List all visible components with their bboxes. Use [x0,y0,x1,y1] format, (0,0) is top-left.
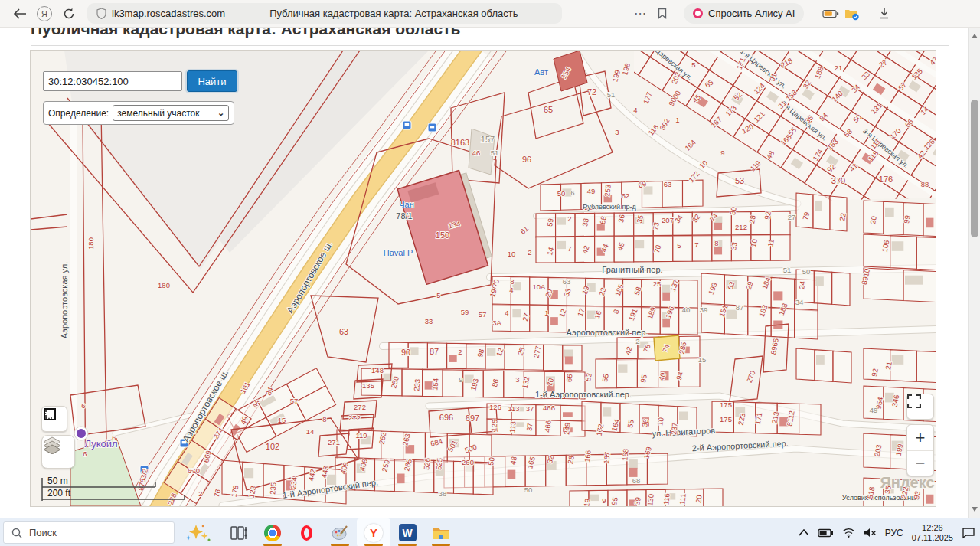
scale-m-label: 50 m [47,476,68,486]
map-label: 1-й Аэропортовский пер. [535,390,632,399]
map-label: 38 [439,489,447,498]
more-menu-icon[interactable]: ⋯ [634,6,647,21]
language-indicator[interactable]: РУС [885,528,903,538]
clock-date: 07.11.2025 [912,533,953,543]
back-button[interactable] [9,3,31,25]
map-label: 4 [505,309,508,317]
bookmark-icon[interactable] [652,3,673,25]
cadastre-search-input[interactable] [43,71,182,91]
map-label: 99 [902,214,912,224]
map-label: 27 [788,213,796,221]
find-button[interactable]: Найти [187,70,237,92]
map-label: 92 [870,368,880,377]
tab-title: Публичная кадастровая карта: Астраханска… [270,8,518,19]
map-label: 88 [921,180,929,188]
map-label: 35 [883,485,893,494]
wifi-icon[interactable] [842,528,855,538]
bus-stop-icon [428,123,436,132]
map-label: 175 [720,401,732,409]
alice-label: Спросить Алису AI [708,8,795,19]
scrollbar-thumb[interactable] [971,100,978,237]
map-label: 78/1 [396,211,412,221]
map-label: 102 [266,442,279,451]
map-label: 10 [655,417,665,426]
map-label: Haval P [384,248,413,257]
map-label: 63 [339,327,348,336]
map-label: 3 [515,375,519,384]
app-word[interactable]: W [390,518,424,546]
map-label: 68 [598,215,608,224]
cadastral-map[interactable]: Аэропортовская ул.Аэропортовское ш.Аэроп… [31,51,936,506]
app-chrome[interactable] [256,518,289,546]
alice-icon [693,8,703,18]
map-label: 176 [879,175,893,184]
browser-toolbar: Я ik3map.roscadastres.com Публичная када… [0,0,980,28]
task-view-button[interactable] [222,518,256,546]
measure-button[interactable] [41,406,67,432]
taskbar-clock[interactable]: 12:26 07.11.2025 [912,523,953,543]
map-label: 7 [694,240,698,249]
map-label: 1 [675,116,679,124]
map-label: 50 [802,267,811,276]
yandex-profile-button[interactable]: Я [37,6,52,21]
app-file-explorer[interactable] [424,518,458,546]
search-icon [11,528,22,538]
battery-saver-icon[interactable] [820,3,841,25]
map-label: 50 [486,456,496,466]
app-opera[interactable] [289,518,323,546]
map-label: 8163 [451,138,469,147]
downloads-folder-icon[interactable] [841,3,863,25]
app-yandex-browser[interactable]: Y [357,518,390,546]
page-scrollbar[interactable] [968,28,980,518]
layers-button[interactable] [41,435,75,469]
url-text: ik3map.roscadastres.com [112,8,225,19]
scroll-up-arrow[interactable] [972,34,978,38]
map-label: 28 [566,455,576,464]
map-label: 271 [328,438,340,446]
definition-select[interactable]: земельный участок ⌄ [113,105,229,121]
bus-stop-icon [403,121,411,129]
map-label: 696 [439,413,453,422]
scroll-down-arrow[interactable] [972,507,978,512]
taskbar-search[interactable]: Поиск [3,521,175,544]
ask-alice-button[interactable]: Спросить Алису AI [684,3,804,24]
copilot-sparkles-icon[interactable] [184,523,214,543]
map-label: 73 [651,221,661,230]
map-label: 87 [736,303,744,312]
map-label: 95 [609,496,619,505]
scale-ft-label: 200 ft [47,488,71,499]
map-label: 3 [615,128,619,136]
volume-muted-icon[interactable] [864,528,877,538]
map-label: Аэропортовская ул. [60,262,69,339]
map-label: 2 [198,489,202,498]
divider [31,45,949,46]
map-label: 168 [620,448,629,461]
map-label: 3А [492,319,501,327]
notification-center-icon[interactable] [962,527,975,539]
address-bar[interactable]: ik3map.roscadastres.com Публичная кадаст… [87,3,562,24]
tray-chevron-icon[interactable] [799,529,809,536]
app-paint[interactable] [323,518,357,546]
map-label: 7 [567,244,571,253]
download-arrow-icon[interactable] [874,3,895,25]
map-label: 21 [835,64,843,72]
map-label: 135 [362,381,374,390]
map-label: Аэропортовский пер. [566,328,648,337]
map-label: 10 [508,250,516,258]
fullscreen-button[interactable] [906,394,934,420]
map-label: 51 [491,149,499,157]
plus-icon: + [916,428,926,448]
refresh-button[interactable] [58,3,80,25]
map-label: 40 [682,306,691,314]
map-label: 14 [306,427,315,436]
map-label: 63 [563,277,571,286]
map-label: 166 [583,450,592,463]
map-label: 370 [831,176,845,185]
map-label: 4 [509,286,513,294]
zoom-out-button[interactable]: − [907,450,933,476]
map-label: 49 [870,406,878,414]
battery-icon[interactable] [818,528,834,538]
zoom-in-button[interactable]: + [907,425,933,450]
minus-icon: − [916,453,926,473]
w-letter: W [402,527,412,539]
